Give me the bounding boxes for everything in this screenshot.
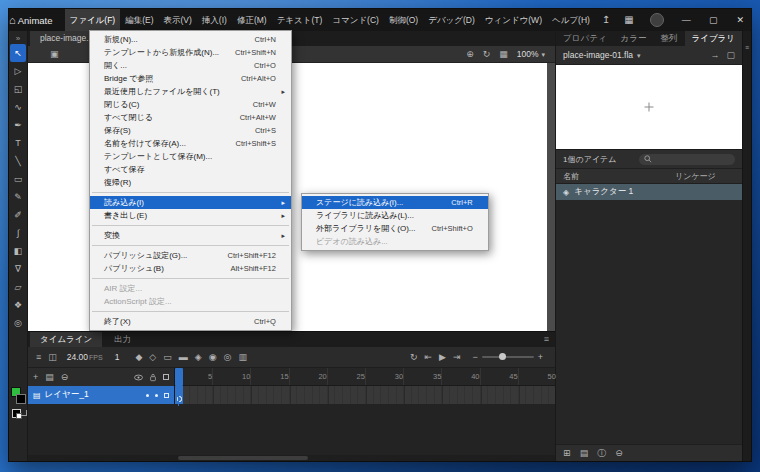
zoom-level-select[interactable]: 100% — [517, 49, 545, 59]
timeline-zoom-out-icon[interactable]: − — [473, 352, 478, 362]
timeline-zoom-in-icon[interactable]: + — [538, 352, 543, 362]
loop-icon[interactable]: ↻ — [410, 353, 418, 362]
menubar-item[interactable]: ファイル(F) — [65, 9, 121, 31]
menu-item[interactable]: 外部ライブラリを開く(O)... Ctrl+Shift+O — [302, 222, 488, 235]
panel-tab[interactable]: 整列 — [654, 31, 685, 46]
layer-frames[interactable] — [175, 386, 555, 404]
step-forward-icon[interactable]: ⇥ — [453, 353, 461, 362]
menubar-item[interactable]: ウィンドウ(W) — [480, 9, 547, 31]
menubar-item[interactable]: デバッグ(D) — [423, 9, 480, 31]
column-header-name[interactable]: 名前 — [563, 171, 675, 182]
menu-item[interactable]: 開く... Ctrl+O — [90, 59, 291, 72]
fps-value[interactable]: 24.00 — [67, 352, 88, 362]
menu-item[interactable]: 名前を付けて保存(A)... Ctrl+Shift+S — [90, 137, 291, 150]
zoom-tool[interactable]: ◎ — [10, 314, 26, 332]
default-colors-icon[interactable] — [12, 409, 21, 418]
menu-item[interactable]: 保存(S) Ctrl+S — [90, 124, 291, 137]
subselection-tool[interactable]: ▷ — [10, 62, 26, 80]
outline-icon[interactable] — [163, 374, 169, 380]
menu-item[interactable]: ステージに読み込み(I)... Ctrl+R — [302, 196, 488, 209]
lock-icon[interactable] — [149, 373, 157, 382]
menu-item[interactable] — [92, 225, 289, 226]
eraser-tool[interactable]: ▱ — [10, 278, 26, 296]
column-header-linkage[interactable]: リンケージ — [675, 171, 735, 182]
menu-item[interactable]: 変換 — [90, 229, 291, 242]
stroke-color-swatch[interactable] — [16, 394, 26, 404]
layer-row[interactable]: ▤ レイヤー_1 — [28, 386, 555, 404]
menu-item[interactable]: テンプレートとして保存(M)... — [90, 150, 291, 163]
rotate-icon[interactable]: ↻ — [483, 50, 491, 59]
menu-item[interactable]: ActionScript 設定... — [90, 295, 291, 308]
menu-item[interactable]: すべて保存 — [90, 163, 291, 176]
brush-tool[interactable]: ✐ — [10, 206, 26, 224]
free-transform-tool[interactable]: ◱ — [10, 80, 26, 98]
menu-item[interactable] — [92, 245, 289, 246]
timeline-zoom-slider[interactable] — [482, 356, 534, 358]
titlebar[interactable]: ⌂ Animate ファイル(F) 編集(E) 表示(V) 挿入(I) 修正(M… — [9, 9, 751, 31]
menu-item[interactable]: テンプレートから新規作成(N)... Ctrl+Shift+N — [90, 46, 291, 59]
new-library-panel-icon[interactable]: ▢ — [726, 51, 735, 60]
panel-tab[interactable]: ライブラリ — [685, 31, 743, 46]
menu-item[interactable]: 終了(X) Ctrl+Q — [90, 315, 291, 328]
panel-tab[interactable]: プロパティ — [556, 31, 614, 46]
insert-blank-keyframe-icon[interactable]: ◇ — [149, 353, 156, 362]
workspace-icon[interactable]: ▦ — [617, 15, 640, 25]
menu-item[interactable]: パブリッシュ(B) Alt+Shift+F12 — [90, 262, 291, 275]
layer-outline-color[interactable] — [164, 393, 169, 398]
onion-skin-icon[interactable]: ◉ — [209, 353, 217, 362]
menu-item[interactable] — [92, 278, 289, 279]
close-button[interactable]: ✕ — [727, 9, 754, 31]
menu-item[interactable]: 新規(N)... Ctrl+N — [90, 33, 291, 46]
pin-icon[interactable]: → — [710, 51, 719, 60]
scene-icon[interactable]: ▣ — [50, 49, 59, 59]
pen-tool[interactable]: ✒ — [10, 116, 26, 134]
frame-view-icon[interactable]: ◫ — [48, 353, 57, 362]
play-icon[interactable]: ▶ — [439, 353, 446, 362]
timeline-tab[interactable]: 出力 — [104, 332, 141, 347]
text-tool[interactable]: T — [10, 134, 26, 152]
library-item[interactable]: ◈ キャラクター 1 — [556, 184, 742, 200]
hand-tool[interactable]: ❖ — [10, 296, 26, 314]
new-symbol-icon[interactable]: ⊞ — [563, 449, 571, 458]
menu-item[interactable]: ライブラリに読み込み(L)... — [302, 209, 488, 222]
step-back-icon[interactable]: ⇤ — [425, 353, 433, 362]
share-icon[interactable]: ↥ — [595, 15, 617, 25]
new-layer-icon[interactable]: + — [33, 373, 38, 382]
toolbar-menu-icon[interactable]: » — [16, 33, 20, 44]
menu-item[interactable]: ビデオの読み込み... — [302, 235, 488, 248]
layer-name-cell[interactable]: ▤ レイヤー_1 — [28, 386, 175, 404]
new-folder-icon[interactable]: ▤ — [45, 373, 54, 382]
menu-item[interactable]: Bridge で参照 Ctrl+Alt+O — [90, 72, 291, 85]
menubar-item[interactable]: 挿入(I) — [197, 9, 232, 31]
maximize-button[interactable]: ▢ — [700, 9, 727, 31]
layer-lock-dot[interactable] — [155, 394, 158, 397]
onion-outline-icon[interactable]: ◎ — [224, 353, 232, 362]
pencil-tool[interactable]: ✎ — [10, 188, 26, 206]
delete-frame-icon[interactable]: ▬ — [179, 353, 188, 362]
menubar-item[interactable]: コマンド(C) — [327, 9, 384, 31]
profile-button[interactable] — [650, 13, 664, 27]
frame-ruler[interactable]: 5101520253035404550 — [175, 368, 555, 386]
swap-colors-icon[interactable] — [21, 410, 27, 416]
menu-item[interactable]: すべて閉じる Ctrl+Alt+W — [90, 111, 291, 124]
menubar-item[interactable]: テキスト(T) — [272, 9, 328, 31]
rectangle-tool[interactable]: ▭ — [10, 170, 26, 188]
menu-item[interactable]: パブリッシュ設定(G)... Ctrl+Shift+F12 — [90, 249, 291, 262]
home-icon[interactable]: ⌂ — [9, 14, 16, 26]
menubar-item[interactable]: 表示(V) — [159, 9, 197, 31]
selection-tool[interactable]: ↖ — [10, 44, 26, 62]
menu-item[interactable]: 最近使用したファイルを開く(T) — [90, 85, 291, 98]
panel-tab[interactable]: カラー — [614, 31, 654, 46]
playhead[interactable] — [175, 368, 183, 386]
menubar-item[interactable]: 修正(M) — [232, 9, 272, 31]
edit-multiple-frames-icon[interactable]: ▥ — [238, 353, 247, 362]
item-properties-icon[interactable]: ⓘ — [597, 449, 606, 458]
menu-item[interactable]: AIR 設定... — [90, 282, 291, 295]
panel-menu-icon[interactable]: ≡ — [538, 332, 555, 347]
auto-keyframe-icon[interactable]: ◈ — [195, 353, 202, 362]
show-layers-icon[interactable]: ≡ — [36, 353, 41, 362]
menu-item[interactable]: 復帰(R) — [90, 176, 291, 189]
camera-icon[interactable]: ▦ — [499, 50, 508, 59]
library-document-select[interactable]: place-image-01.fla — [563, 50, 633, 60]
bone-tool[interactable]: ∫ — [10, 224, 26, 242]
